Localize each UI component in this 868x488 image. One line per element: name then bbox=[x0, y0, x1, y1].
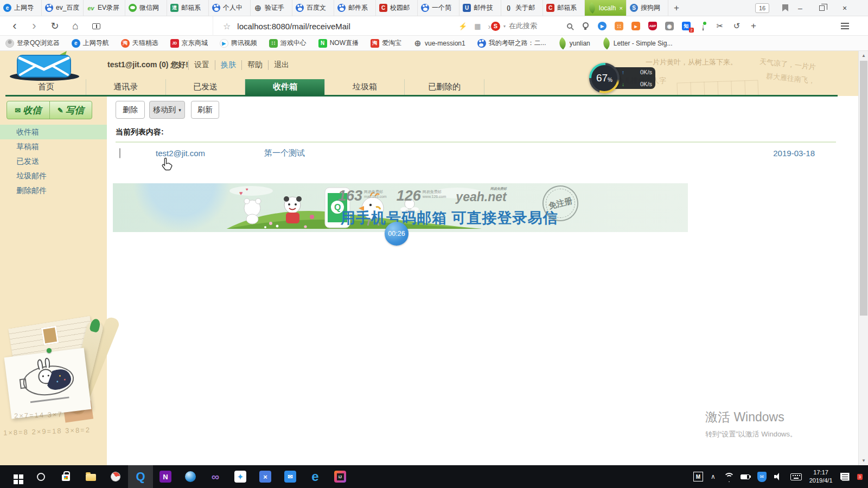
bookmark-item[interactable]: ∷ 游戏中心 bbox=[269, 38, 307, 48]
bookmark-item[interactable]: N NOW直播 bbox=[318, 38, 359, 48]
email-checkbox[interactable] bbox=[119, 148, 120, 158]
zhihu-extension-icon[interactable]: 知 2 bbox=[681, 21, 691, 31]
search-placeholder[interactable]: 在此搜索 bbox=[509, 21, 537, 31]
header-link[interactable]: 退出 bbox=[268, 60, 295, 70]
intellij-idea-icon[interactable]: IJ bbox=[328, 465, 353, 488]
video-play-extension-icon[interactable]: ▶ bbox=[597, 21, 607, 31]
accelerator-ball[interactable]: 67% bbox=[589, 63, 620, 93]
add-icon[interactable]: + bbox=[749, 21, 758, 31]
sogou-browser-icon[interactable] bbox=[178, 465, 203, 488]
browser-tab[interactable]: U 邮件技 bbox=[459, 0, 501, 16]
browser-tab[interactable]: 一个简 bbox=[418, 0, 459, 16]
qr-code-icon[interactable]: ▦ bbox=[474, 22, 481, 30]
compose-mail-button[interactable]: ✎ 写信 bbox=[49, 101, 92, 119]
search-icon[interactable] bbox=[28, 465, 53, 488]
bookmark-item[interactable]: ⊕ vue-mession1 bbox=[413, 39, 465, 48]
browser-tab[interactable]: S 搜狗网 bbox=[627, 0, 668, 16]
browser-tab[interactable]: () 关于邮 bbox=[501, 0, 543, 16]
browser-tab[interactable]: ⊕ 验证手 bbox=[251, 0, 292, 16]
feiq-icon[interactable]: ✦ bbox=[228, 465, 253, 488]
email-row[interactable]: test2@jit.com 第一个测试 2019-03-18 bbox=[116, 144, 836, 162]
bookmark-item[interactable]: 登录QQ浏览器 bbox=[5, 38, 60, 48]
sidebar-item[interactable]: 垃圾邮件 bbox=[0, 169, 107, 183]
sidebar-item[interactable]: 收件箱 bbox=[0, 125, 107, 139]
sidebar-item[interactable]: 删除邮件 bbox=[0, 183, 107, 198]
visual-studio-icon[interactable]: ∞ bbox=[203, 465, 228, 488]
bookmark-item[interactable]: 淘 爱淘宝 bbox=[371, 38, 401, 48]
mail-nav-tab[interactable]: 收件箱 bbox=[245, 79, 325, 95]
browser-tab[interactable]: ev_百度 bbox=[42, 0, 84, 16]
expand-arrow-icon[interactable]: › bbox=[488, 22, 491, 31]
sidebar-item[interactable]: 已发送 bbox=[0, 154, 107, 169]
menu-icon[interactable] bbox=[835, 16, 854, 36]
undo-icon[interactable]: ↺ bbox=[732, 21, 742, 31]
refresh-list-button[interactable]: 刷新 bbox=[191, 101, 219, 119]
bookmark-item[interactable]: yunlian bbox=[558, 39, 590, 48]
move-to-button[interactable]: 移动到 ▾ bbox=[149, 101, 185, 119]
reading-mode-icon[interactable] bbox=[87, 16, 105, 36]
scrollbar-thumb[interactable] bbox=[860, 61, 867, 316]
header-link[interactable]: 帮助 bbox=[241, 60, 268, 70]
qq-browser-icon[interactable]: Q bbox=[128, 465, 153, 488]
bookmark-item[interactable]: e 上网导航 bbox=[72, 38, 109, 48]
download-icon[interactable]: ↓ bbox=[698, 21, 708, 31]
search-icon[interactable] bbox=[561, 16, 578, 36]
browser-tab[interactable]: e 上网导 bbox=[0, 0, 42, 16]
taskbar-clock[interactable]: 17:17 2019/4/1 bbox=[809, 468, 833, 485]
gamepad-extension-icon[interactable]: ∷ bbox=[614, 21, 624, 31]
browser-tab[interactable]: 道 邮箱系 bbox=[167, 0, 209, 16]
back-icon[interactable]: ‹ bbox=[5, 16, 24, 36]
file-explorer-icon[interactable] bbox=[78, 465, 103, 488]
tray-chevron-icon[interactable]: ∧ bbox=[711, 473, 716, 480]
scroll-up-icon[interactable]: ▲ bbox=[859, 51, 868, 60]
browser-tab[interactable]: localh × bbox=[585, 0, 627, 16]
bookmark-item[interactable]: Letter - Simple Sig... bbox=[602, 39, 673, 48]
mail-nav-tab[interactable]: 已发送 bbox=[166, 79, 246, 95]
tab-close-icon[interactable]: × bbox=[620, 5, 623, 11]
scissors-icon[interactable]: ✂ bbox=[715, 21, 725, 31]
mail-tray-icon[interactable]: ✉ bbox=[757, 472, 767, 482]
browser-tab[interactable]: 百度文 bbox=[292, 0, 334, 16]
hexagon-app-icon[interactable]: × bbox=[253, 465, 278, 488]
start-button[interactable] bbox=[3, 465, 28, 488]
bookmark-item[interactable]: 淘 天猫精选 bbox=[121, 38, 158, 48]
ad-countdown-badge[interactable]: 00:26 bbox=[385, 222, 409, 246]
favorite-star-icon[interactable]: ☆ bbox=[223, 21, 231, 31]
bookmark-item[interactable]: 我的考研之路：二... bbox=[477, 38, 546, 48]
store-icon[interactable] bbox=[53, 465, 78, 488]
page-scrollbar[interactable]: ▲ ▼ bbox=[858, 51, 868, 465]
browser-tab[interactable]: C 校园邮 bbox=[376, 0, 418, 16]
mail-master-icon[interactable]: ✉ bbox=[278, 465, 303, 488]
notification-center-icon[interactable] bbox=[840, 473, 850, 481]
bookmark-item[interactable]: JD 京东商城 bbox=[170, 38, 208, 48]
mail-nav-tab[interactable]: 通讯录 bbox=[86, 79, 166, 95]
browser-tab[interactable]: ev EV录屏 bbox=[84, 0, 125, 16]
screen-record-extension-icon[interactable]: ▸ bbox=[631, 21, 641, 31]
minimize-button[interactable]: – bbox=[790, 0, 810, 16]
sidebar-item[interactable]: 草稿箱 bbox=[0, 139, 107, 154]
home-icon[interactable]: ⌂ bbox=[66, 16, 85, 36]
edge-icon[interactable]: e bbox=[303, 465, 328, 488]
mail-nav-tab[interactable]: 首页 bbox=[7, 79, 86, 95]
scroll-down-icon[interactable]: ▼ bbox=[859, 456, 868, 465]
lamp-extension-icon[interactable] bbox=[580, 21, 590, 31]
address-bar[interactable]: ☆ localhost:8080/mail/receiveMail bbox=[213, 16, 350, 36]
delete-button[interactable]: 删除 bbox=[116, 101, 145, 119]
onenote-icon[interactable]: N bbox=[153, 465, 178, 488]
new-tab-button[interactable]: + bbox=[668, 0, 685, 16]
speaker-icon[interactable] bbox=[774, 473, 783, 480]
m-tray-icon[interactable]: M bbox=[693, 472, 703, 481]
keyboard-icon[interactable] bbox=[790, 473, 802, 480]
url-text[interactable]: localhost:8080/mail/receiveMail bbox=[237, 22, 350, 31]
browser-tab[interactable]: 邮件系 bbox=[334, 0, 376, 16]
email-sender-link[interactable]: test2@jit.com bbox=[156, 149, 264, 158]
engine-caret-icon[interactable]: ▾ bbox=[503, 24, 506, 29]
header-link[interactable]: 换肤 bbox=[215, 60, 241, 70]
mail-nav-tab[interactable]: 垃圾箱 bbox=[325, 79, 405, 95]
wifi-icon[interactable] bbox=[723, 473, 733, 480]
battery-icon[interactable] bbox=[741, 474, 750, 479]
email-subject-link[interactable]: 第一个测试 bbox=[264, 148, 760, 158]
sogou-engine-icon[interactable]: S bbox=[491, 22, 500, 31]
disc-app-icon[interactable] bbox=[103, 465, 128, 488]
screenshot-extension-icon[interactable]: ◉ bbox=[665, 21, 674, 31]
